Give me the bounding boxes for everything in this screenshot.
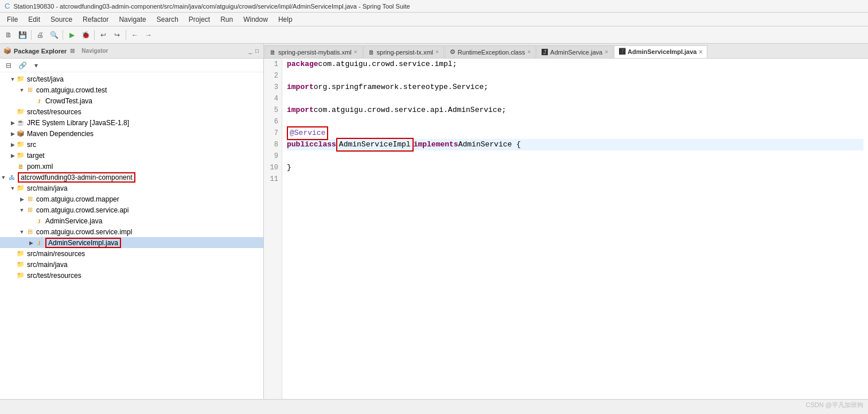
editor-panel: 🗎spring-persist-mybatis.xml×🗎spring-pers… (264, 44, 868, 399)
tree-item-src-main-java2[interactable]: 📁src/main/java (0, 259, 263, 270)
tree-item-com-atguigu-crowd-service-impl[interactable]: ▼⊞com.atguigu.crowd.service.impl (0, 226, 263, 237)
link-editor-button[interactable]: 🔗 (16, 59, 29, 72)
tree-item-AdminService-java[interactable]: JAdminService.java (0, 215, 263, 226)
menu-source[interactable]: Source (46, 14, 77, 25)
status-bar: CSDN @平凡加班狗 (0, 399, 868, 411)
code-editor[interactable]: 1234567891011 package com.atguigu.crowd.… (264, 59, 868, 399)
menu-search[interactable]: Search (152, 14, 183, 25)
explorer-header: 📦 Package Explorer ⊠ Navigator _ □ (0, 44, 263, 59)
tab-close-AdminServiceImpl[interactable]: × (699, 49, 702, 55)
explorer-menu-button[interactable]: ▾ (30, 59, 42, 72)
tree-item-src-test-resources[interactable]: 📁src/test/resources (0, 106, 263, 117)
tree-item-src-main-java[interactable]: ▼📁src/main/java (0, 183, 263, 194)
tree-icon-src: 📁 (16, 140, 25, 149)
menu-file[interactable]: File (2, 14, 22, 25)
minimize-explorer-button[interactable]: _ (247, 48, 253, 54)
navigator-link[interactable]: Navigator (81, 48, 108, 54)
code-line-7[interactable]: @Service (287, 127, 863, 139)
tab-RuntimeException[interactable]: ⚙RuntimeException.class× (445, 45, 536, 58)
code-line-3[interactable]: import org.springframework.stereotype.Se… (287, 82, 863, 93)
code-line-4[interactable] (287, 93, 863, 105)
code-line-6[interactable] (287, 116, 863, 127)
tree-icon-com-atguigu-crowd-service-impl: ⊞ (25, 227, 34, 237)
line-numbers: 1234567891011 (264, 59, 282, 399)
tree-icon-maven-dependencies: 📦 (16, 129, 25, 138)
tree-item-maven-dependencies[interactable]: ▶📦Maven Dependencies (0, 128, 263, 139)
tree-arrow: ▶ (9, 142, 16, 148)
tab-close-spring-persist-tx[interactable]: × (435, 49, 439, 55)
tree-icon-src-main-java2: 📁 (16, 260, 25, 269)
tree-label-src-test-resources: src/test/resources (27, 108, 81, 116)
new-button[interactable]: 🗎 (2, 29, 15, 41)
save-button[interactable]: 💾 (16, 29, 29, 41)
tree-icon-com-atguigu-crowd-service-api: ⊞ (25, 206, 34, 215)
tree-item-atcrowdfunding03[interactable]: ▼🖧atcrowdfunding03-admin-component (0, 172, 263, 183)
explorer-title-icon: 📦 (3, 47, 11, 55)
code-line-2[interactable] (287, 70, 863, 82)
menu-navigate[interactable]: Navigate (114, 14, 150, 25)
tree-item-com-atguigu-crowd-test[interactable]: ▼⊞com.atguigu.crowd.test (0, 84, 263, 95)
tree-item-com-atguigu-crowd-service-api[interactable]: ▼⊞com.atguigu.crowd.service.api (0, 204, 263, 215)
tab-close-RuntimeException[interactable]: × (527, 49, 531, 55)
code-line-5[interactable]: import com.atguigu.crowd.service.api.Adm… (287, 105, 863, 116)
menu-help[interactable]: Help (274, 14, 297, 25)
line-number-1: 1 (267, 59, 278, 70)
tab-spring-persist-mybatis[interactable]: 🗎spring-persist-mybatis.xml× (264, 45, 363, 58)
tree-icon-jre-system-library: ☕ (16, 118, 25, 127)
tab-AdminService[interactable]: 🅹AdminService.java× (536, 45, 613, 58)
tab-spring-persist-tx[interactable]: 🗎spring-persist-tx.xml× (363, 45, 444, 58)
code-line-9[interactable] (287, 150, 863, 162)
collapse-all-button[interactable]: ⊟ (2, 59, 15, 72)
tab-AdminServiceImpl[interactable]: 🅹AdminServiceImpl.java× (614, 45, 707, 58)
tree-arrow: ▶ (28, 240, 34, 246)
code-line-11[interactable] (287, 173, 863, 185)
app-icon: C (5, 2, 10, 10)
tree-item-CrowdTest-java[interactable]: JCrowdTest.java (0, 95, 263, 106)
tree-label-maven-dependencies: Maven Dependencies (27, 130, 94, 138)
redo-button[interactable]: ↪ (111, 29, 123, 41)
tree-item-AdminServiceImpl-java[interactable]: ▶JAdminServiceImpl.java (0, 237, 263, 248)
menu-run[interactable]: Run (216, 14, 238, 25)
tree-label-src-test-java: src/test/java (27, 75, 64, 83)
menu-refactor[interactable]: Refactor (78, 14, 113, 25)
tree-item-pom-xml[interactable]: 🗎pom.xml (0, 161, 263, 172)
tree-icon-AdminService-java: J (34, 216, 44, 226)
menu-edit[interactable]: Edit (24, 14, 45, 25)
tree-icon-atcrowdfunding03: 🖧 (7, 173, 16, 182)
maximize-explorer-button[interactable]: □ (254, 48, 260, 54)
code-line-1[interactable]: package com.atguigu.crowd.service.impl; (287, 59, 863, 70)
tab-close-AdminService[interactable]: × (605, 49, 608, 55)
print-button[interactable]: 🖨 (34, 29, 46, 41)
code-line-10[interactable]: } (287, 162, 863, 173)
tree-item-src-test-resources2[interactable]: 📁src/test/resources (0, 270, 263, 281)
toolbar-separator-2 (63, 30, 63, 40)
tree-label-src-main-java: src/main/java (27, 184, 68, 192)
menu-window[interactable]: Window (239, 14, 273, 25)
tab-label-spring-persist-mybatis: spring-persist-mybatis.xml (278, 49, 352, 56)
code-line-8[interactable]: public class AdminServiceImpl implements… (287, 139, 863, 150)
tree-label-src: src (27, 141, 36, 149)
undo-button[interactable]: ↩ (97, 29, 110, 41)
explorer-title: 📦 Package Explorer ⊠ Navigator (3, 47, 108, 55)
run-button[interactable]: ▶ (65, 29, 78, 41)
tree-item-src-test-java[interactable]: ▼📁src/test/java (0, 73, 263, 84)
tab-icon-RuntimeException: ⚙ (450, 48, 456, 56)
tree-label-pom-xml: pom.xml (27, 162, 53, 171)
tree-item-src[interactable]: ▶📁src (0, 139, 263, 150)
watermark: CSDN @平凡加班狗 (806, 401, 863, 409)
code-content[interactable]: package com.atguigu.crowd.service.impl;i… (282, 59, 868, 399)
search-file-button[interactable]: 🔍 (48, 29, 60, 41)
tab-close-spring-persist-mybatis[interactable]: × (354, 49, 357, 55)
tree-item-target[interactable]: ▶📁target (0, 150, 263, 161)
tree-item-jre-system-library[interactable]: ▶☕JRE System Library [JavaSE-1.8] (0, 117, 263, 128)
line-number-4: 4 (267, 93, 278, 105)
tree-item-com-atguigu-crowd-mapper[interactable]: ▶⊞com.atguigu.crowd.mapper (0, 194, 263, 204)
debug-button[interactable]: 🐞 (79, 29, 92, 41)
navigate-back-button[interactable]: ← (129, 29, 141, 41)
menu-project[interactable]: Project (184, 14, 215, 25)
tree-item-src-main-resources[interactable]: 📁src/main/resources (0, 248, 263, 259)
tree-icon-CrowdTest-java: J (34, 96, 44, 106)
navigate-forward-button[interactable]: → (142, 29, 155, 41)
line-number-8: 8 (267, 139, 278, 150)
tree-label-AdminServiceImpl-java: AdminServiceImpl.java (45, 238, 121, 248)
